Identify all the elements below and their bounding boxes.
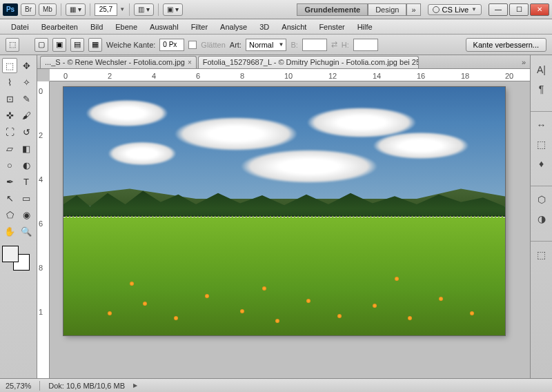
refine-edge-button[interactable]: Kante verbessern... xyxy=(466,38,546,52)
style-select[interactable]: Normal xyxy=(246,39,286,51)
ruler-tick: 0 xyxy=(39,87,43,95)
ruler-tick: 8 xyxy=(240,72,244,80)
status-doc-size[interactable]: Dok: 10,6 MB/10,6 MB xyxy=(48,382,125,390)
sel-subtract-button[interactable]: ▤ xyxy=(70,38,84,52)
menu-hilfe[interactable]: Hilfe xyxy=(352,21,378,32)
panel-navigator-icon[interactable]: ↔ xyxy=(533,116,551,134)
tool-lasso[interactable]: ⌇ xyxy=(2,75,17,90)
tool-history[interactable]: ↺ xyxy=(19,124,34,139)
zoom-level[interactable]: 25,7 xyxy=(95,3,117,16)
minibridge-button[interactable]: Mb xyxy=(39,3,57,16)
menu-ebene[interactable]: Ebene xyxy=(110,21,143,32)
tool-preset-button[interactable]: ⬚ xyxy=(6,38,19,52)
tool-blur[interactable]: ○ xyxy=(2,157,17,173)
tool-text[interactable]: T xyxy=(19,174,34,189)
style-value: Normal xyxy=(249,41,273,49)
tab-close-icon[interactable]: × xyxy=(188,59,192,66)
tool-zoom[interactable]: 🔍 xyxy=(19,224,34,239)
tool-path[interactable]: ↖ xyxy=(2,190,17,206)
tool-patch[interactable]: ✜ xyxy=(2,108,17,123)
toolbox: ⬚✥ ⌇✧ ⊡✎ ✜🖌 ⛶↺ ▱◧ ○◐ ✒T ↖▭ ⬠◉ ✋🔍 xyxy=(0,55,37,378)
zoom-dropdown-icon[interactable]: ▼ xyxy=(119,6,125,12)
tab-label: ..._S - © Rene Wechsler - Fotolia.com.jp… xyxy=(45,58,185,66)
ruler-tick: 16 xyxy=(417,72,425,80)
close-button[interactable]: ✕ xyxy=(530,3,549,16)
panel-histogram-icon[interactable]: ⬚ xyxy=(533,135,551,153)
menu-auswahl[interactable]: Auswahl xyxy=(144,21,184,32)
panel-character-icon[interactable]: A| xyxy=(533,61,551,79)
minimize-button[interactable]: — xyxy=(489,3,508,16)
tool-marquee[interactable]: ⬚ xyxy=(2,58,17,73)
menu-3d[interactable]: 3D xyxy=(254,21,275,32)
cslive-icon xyxy=(433,6,440,13)
menu-filter[interactable]: Filter xyxy=(186,21,213,32)
canvas[interactable] xyxy=(63,87,505,335)
tool-brush[interactable]: 🖌 xyxy=(19,108,34,123)
tool-dodge[interactable]: ◐ xyxy=(19,157,34,173)
tab-doc-1[interactable]: ..._S - © Rene Wechsler - Fotolia.com.jp… xyxy=(40,56,197,68)
feather-input[interactable] xyxy=(159,39,184,51)
view-extras-button[interactable]: ▦ ▾ xyxy=(66,3,86,16)
menu-bearbeiten[interactable]: Bearbeiten xyxy=(36,21,83,32)
tool-3d[interactable]: ⬠ xyxy=(2,207,17,222)
menu-ansicht[interactable]: Ansicht xyxy=(276,21,312,32)
status-zoom[interactable]: 25,73% xyxy=(6,382,31,390)
tool-pen[interactable]: ✒ xyxy=(2,174,17,189)
tool-stamp[interactable]: ⛶ xyxy=(2,124,17,139)
document-tabs: ..._S - © Rene Wechsler - Fotolia.com.jp… xyxy=(37,55,530,69)
tool-eyedrop[interactable]: ✎ xyxy=(19,91,34,106)
menu-bar: Datei Bearbeiten Bild Ebene Auswahl Filt… xyxy=(0,19,552,35)
cslive-button[interactable]: CS Live ▼ xyxy=(428,4,482,15)
ruler-tick: 6 xyxy=(196,72,200,80)
workspace-design[interactable]: Design xyxy=(368,3,406,16)
panel-layers-icon[interactable]: ⬚ xyxy=(533,246,551,264)
sel-add-button[interactable]: ▣ xyxy=(52,38,66,52)
sel-intersect-button[interactable]: ▦ xyxy=(88,38,102,52)
ruler-tick: 18 xyxy=(461,72,469,80)
workspace-essentials[interactable]: Grundelemente xyxy=(297,3,368,16)
fg-color[interactable] xyxy=(2,246,19,262)
menu-analyse[interactable]: Analyse xyxy=(215,21,253,32)
tool-shape[interactable]: ▭ xyxy=(19,190,34,206)
panel-adjustments-icon[interactable]: ◑ xyxy=(533,210,551,228)
tool-move[interactable]: ✥ xyxy=(19,58,34,73)
menu-datei[interactable]: Datei xyxy=(6,21,34,32)
tabs-overflow[interactable]: » xyxy=(518,58,530,66)
selection-marquee xyxy=(63,216,505,217)
tool-gradient[interactable]: ◧ xyxy=(19,141,34,156)
maximize-button[interactable]: ☐ xyxy=(509,3,529,16)
tool-hand[interactable]: ✋ xyxy=(2,224,17,239)
height-label: H: xyxy=(342,41,349,49)
ruler-tick: 12 xyxy=(328,72,337,80)
ruler-horizontal: 0 2 4 6 8 10 12 14 16 18 20 xyxy=(50,69,530,81)
workspace-more[interactable]: » xyxy=(406,3,420,16)
ruler-tick: 10 xyxy=(284,72,293,80)
tab-doc-2[interactable]: Fotolia_15279687_L - © Dmitry Pichugin -… xyxy=(198,56,419,68)
tool-wand[interactable]: ✧ xyxy=(19,75,34,90)
ruler-tick: 4 xyxy=(152,72,156,80)
app-logo: Ps xyxy=(3,3,18,16)
screen-mode-button[interactable]: ▣ ▾ xyxy=(163,3,183,16)
panel-swatches-icon[interactable]: ♦ xyxy=(533,155,551,173)
height-input xyxy=(353,39,378,51)
panel-paragraph-icon[interactable]: ¶ xyxy=(533,80,551,98)
tool-eraser[interactable]: ▱ xyxy=(2,141,17,156)
tool-3dcam[interactable]: ◉ xyxy=(19,207,34,222)
menu-bild[interactable]: Bild xyxy=(85,21,108,32)
width-input xyxy=(302,39,327,51)
panel-dock: A| ¶ ↔ ⬚ ♦ ⬡ ◑ ⬚ xyxy=(530,55,552,378)
ruler-tick: 2 xyxy=(108,72,112,80)
ruler-tick: 6 xyxy=(39,219,43,228)
panel-styles-icon[interactable]: ⬡ xyxy=(533,190,551,208)
arrange-button[interactable]: ▥ ▾ xyxy=(134,3,154,16)
tab-label: Fotolia_15279687_L - © Dmitry Pichugin -… xyxy=(203,58,419,66)
ruler-tick: 0 xyxy=(63,72,68,80)
menu-fenster[interactable]: Fenster xyxy=(313,21,350,32)
bridge-button[interactable]: Br xyxy=(21,3,36,16)
tool-crop[interactable]: ⊡ xyxy=(2,91,17,106)
color-swatch[interactable] xyxy=(2,246,30,271)
status-menu-icon[interactable]: ▶ xyxy=(133,382,137,389)
sel-new-button[interactable]: ▢ xyxy=(34,38,48,52)
feather-label: Weiche Kante: xyxy=(106,41,155,49)
title-bar: Ps Br Mb ▦ ▾ 25,7 ▼ ▥ ▾ ▣ ▾ Grundelement… xyxy=(0,0,552,19)
